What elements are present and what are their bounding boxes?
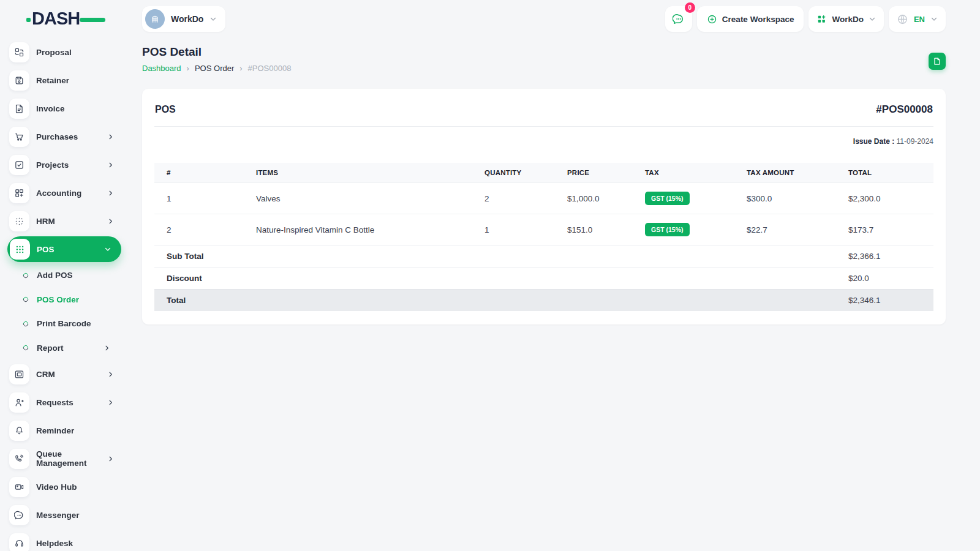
proposal-icon: [9, 42, 29, 62]
pos-items-table: # ITEMS QUANTITY PRICE TAX TAX AMOUNT TO…: [154, 163, 933, 311]
cell-quantity: 2: [472, 183, 555, 214]
chevron-right-icon: [107, 399, 114, 406]
sidebar-item-proposal[interactable]: Proposal: [0, 38, 130, 66]
notification-badge: 0: [685, 2, 695, 13]
sidebar-item-retainer[interactable]: Retainer: [0, 66, 130, 94]
cell-tax-amount: $300.0: [734, 183, 836, 214]
sidebar-item-accounting[interactable]: Accounting: [0, 179, 130, 207]
sidebar-item-invoice[interactable]: Invoice: [0, 94, 130, 122]
sidebar-item-label: Messenger: [36, 511, 130, 520]
messages-button[interactable]: 0: [665, 6, 692, 32]
breadcrumb-pos-order-link[interactable]: POS Order: [195, 64, 234, 73]
sidebar-item-label: Queue Management: [36, 449, 107, 468]
chevron-down-icon: [869, 15, 876, 23]
issue-date-value: 11-09-2024: [897, 137, 934, 146]
total-label: Total: [154, 290, 836, 312]
create-workspace-button[interactable]: Create Workspace: [697, 6, 804, 32]
sidebar-item-messenger[interactable]: Messenger: [0, 501, 130, 529]
top-header: WorkDo 0 Create Workspace WorkDo EN: [142, 0, 946, 36]
sidebar-item-label: HRM: [36, 217, 107, 226]
table-row: 2 Nature-Inspired Vitamin C Bottle 1 $15…: [154, 214, 933, 246]
accounting-icon: [9, 183, 29, 203]
sidebar-item-crm[interactable]: CRM: [0, 360, 130, 388]
bell-icon: [9, 421, 29, 441]
sidebar-item-label: Helpdesk: [36, 539, 130, 548]
sidebar-item-label: Video Hub: [36, 482, 130, 492]
pos-card-header: POS #POS00008: [154, 89, 933, 127]
subtotal-label: Sub Total: [154, 246, 836, 268]
sidebar-item-label: Projects: [36, 160, 107, 170]
sidebar-subitem-add-pos[interactable]: Add POS: [0, 263, 130, 288]
crm-icon: [9, 364, 29, 384]
sidebar-item-label: Purchases: [36, 132, 107, 141]
submenu-bullet-icon: [22, 296, 29, 303]
purchases-cart-icon: [9, 127, 29, 147]
sidebar-item-label: Retainer: [36, 76, 130, 85]
workspace-name: WorkDo: [171, 14, 203, 24]
breadcrumb-dashboard-link[interactable]: Dashboard: [142, 64, 181, 73]
submenu-bullet-icon: [22, 320, 29, 327]
sidebar-subitem-report[interactable]: Report: [0, 336, 130, 361]
discount-row: Discount $20.0: [154, 268, 933, 290]
total-row: Total $2,346.1: [154, 290, 933, 312]
sidebar-item-purchases[interactable]: Purchases: [0, 122, 130, 151]
create-workspace-label: Create Workspace: [722, 15, 794, 24]
sidebar-item-pos[interactable]: POS: [7, 236, 121, 262]
language-selector[interactable]: EN: [889, 6, 946, 32]
sidebar-item-projects[interactable]: Projects: [0, 151, 130, 179]
plus-circle-icon: [707, 14, 717, 24]
headset-icon: [9, 533, 29, 551]
col-tax-amount: TAX AMOUNT: [734, 163, 836, 183]
cell-total: $173.7: [836, 214, 933, 246]
logo-dash-accent: [80, 18, 105, 22]
col-number: #: [154, 163, 244, 183]
workspace-selector[interactable]: WorkDo: [142, 6, 225, 32]
cell-price: $1,000.0: [555, 183, 633, 214]
cell-item: Valves: [244, 183, 472, 214]
cell-total: $2,300.0: [836, 183, 933, 214]
logo-dot-accent: [26, 18, 31, 22]
sidebar-subitem-print-barcode[interactable]: Print Barcode: [0, 312, 130, 336]
sidebar-item-queue-management[interactable]: Queue Management: [0, 444, 130, 473]
chevron-right-icon: [107, 455, 114, 462]
submenu-bullet-icon: [22, 345, 29, 351]
chevron-right-icon: [107, 371, 114, 378]
sidebar-item-reminder[interactable]: Reminder: [0, 416, 130, 444]
chevron-down-icon: [209, 15, 217, 23]
sidebar-item-video-hub[interactable]: Video Hub: [0, 473, 130, 501]
sidebar-subitem-label: Print Barcode: [37, 319, 130, 328]
sidebar-subitem-pos-order[interactable]: POS Order: [0, 288, 130, 312]
cell-number: 2: [154, 214, 244, 246]
language-code: EN: [914, 15, 925, 24]
sidebar-item-label: Proposal: [36, 48, 130, 57]
sidebar-item-requests[interactable]: Requests: [0, 388, 130, 416]
page-title: POS Detail: [142, 45, 946, 59]
sidebar-subitem-label: Report: [37, 343, 104, 353]
sidebar-item-hrm[interactable]: HRM: [0, 207, 130, 235]
workspace-switcher[interactable]: WorkDo: [809, 6, 884, 32]
sidebar-nav: Proposal Retainer Invoice Purchases: [0, 38, 130, 551]
sidebar-item-label: Requests: [36, 398, 107, 407]
breadcrumb-current: #POS00008: [248, 64, 292, 73]
sidebar-subitem-label: POS Order: [37, 295, 130, 304]
pos-grid-icon: [10, 239, 30, 260]
dash-logo[interactable]: DASH: [32, 9, 99, 31]
tax-badge: GST (15%): [645, 223, 690, 236]
issue-date-label: Issue Date :: [853, 137, 894, 146]
document-export-button[interactable]: [929, 53, 946, 70]
sidebar: DASH Proposal Retainer Invoice Pu: [0, 0, 130, 551]
cell-tax-amount: $22.7: [734, 214, 836, 246]
chevron-right-icon: [107, 133, 114, 140]
page-head: POS Detail Dashboard › POS Order › #POS0…: [142, 45, 946, 73]
phone-call-icon: [9, 449, 29, 469]
chevron-right-icon: [107, 162, 114, 168]
discount-value: $20.0: [836, 268, 933, 290]
cell-tax: GST (15%): [633, 183, 734, 214]
sidebar-item-helpdesk[interactable]: Helpdesk: [0, 529, 130, 551]
user-plus-icon: [9, 392, 29, 413]
breadcrumb: Dashboard › POS Order › #POS00008: [142, 64, 946, 73]
issue-date-row: Issue Date : 11-09-2024: [154, 127, 933, 163]
globe-icon: [897, 13, 908, 25]
hrm-icon: [9, 211, 29, 231]
col-tax: TAX: [633, 163, 734, 183]
